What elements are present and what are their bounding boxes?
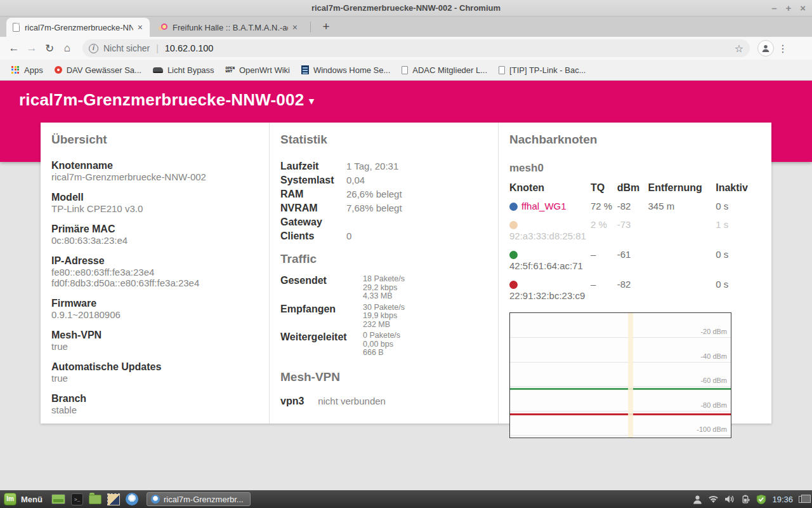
status-dot [509,281,518,289]
table-row: 22:91:32:bc:23:c9 – -82 0 s [509,277,760,307]
stat-row: Laufzeit1 Tag, 20:31 [280,159,487,173]
url-text[interactable]: 10.62.0.100 [165,43,735,53]
maximize-button[interactable]: + [785,0,791,17]
neighbors-heading: Nachbarknoten [509,133,760,147]
server-icon [301,65,309,74]
bookmark-label: ADAC Mitglieder L... [412,65,487,75]
task-window-label: rical7m-Grenzmerbr... [164,495,244,504]
tab-separator [310,22,311,32]
overview-entry: IP-Adresse fe80::e80:63ff:fe3a:23e4 fd0f… [51,255,258,288]
bookmark-label: Apps [24,65,43,75]
overview-entry: Mesh-VPN true [51,329,258,352]
tab-close-icon[interactable]: × [291,22,299,32]
close-button[interactable]: × [800,0,806,17]
overview-entry: Branch stable [51,392,258,415]
tab-title: rical7m-Grenzmerbruecke-NNW [25,23,133,32]
image-viewer-icon[interactable] [107,493,120,505]
openwrt-logo-icon: OPENWRT [226,67,235,74]
new-tab-button[interactable]: + [317,18,335,36]
signal-chart: -20 dBm-40 dBm-60 dBm-80 dBm-100 dBm [509,312,731,438]
system-tray: 19:36 [693,495,812,504]
car-icon [153,67,163,73]
neighbor-node-link[interactable]: ffhal_WG1 [521,201,566,211]
browser-toolbar: ← → ↻ ⌂ i Nicht sicher | 10.62.0.100 ☆ ⋮ [0,37,812,60]
task-window-button[interactable]: rical7m-Grenzmerbr... [147,492,251,506]
status-dot [509,221,518,229]
window-titlebar: rical7m-Grenzmerbruecke-NNW-002 - Chromi… [0,0,812,17]
page-title: rical7m-Grenzmerbruecke-NNW-002▾ [0,81,812,110]
window-title: rical7m-Grenzmerbruecke-NNW-002 - Chromi… [311,3,501,13]
traffic-heading: Traffic [280,252,487,266]
vpn-row: vpn3 nicht verbunden [280,396,487,407]
tab-close-icon[interactable]: × [136,22,145,32]
update-shield-icon[interactable] [756,495,766,504]
bookmarks-bar: Apps DAV Gewässer Sa... Licht Bypass OPE… [0,60,812,81]
tab-freifunk-halle[interactable]: Freifunk Halle :: B.A.T.M.A.N.-ad × [152,18,304,37]
chevron-down-icon[interactable]: ▾ [309,95,314,106]
stat-row: Clients0 [280,229,487,243]
mesh-group-label: mesh0 [509,162,760,175]
chromium-icon [151,495,160,504]
signal-series-line [510,413,731,415]
profile-avatar[interactable] [757,40,774,57]
workspace-switcher-icon[interactable] [799,496,807,503]
user-session-icon[interactable] [693,495,702,504]
status-dot [509,251,518,259]
wifi-icon[interactable] [708,495,719,504]
neighbor-mac: 42:5f:61:64:ac:71 [509,260,583,271]
battery-icon[interactable] [741,495,750,504]
traffic-row: Gesendet 18 Pakete/s29,2 kbps4,33 MB [280,275,487,301]
time-marker-band [628,313,633,438]
overview-entry: Firmware 0.9.1~20180906 [51,297,258,320]
traffic-row: Weitergeleitet 0 Pakete/s0,00 bps666 B [280,331,487,358]
table-header-row: Knoten TQ dBm Entfernung Inaktiv [509,182,760,199]
tab-node-status[interactable]: rical7m-Grenzmerbruecke-NNW × [6,18,150,37]
stat-row: Gateway [280,215,487,229]
neighbor-mac: 22:91:32:bc:23:c9 [509,290,585,301]
table-row: 92:a3:33:d8:25:81 2 % -73 1 s [509,217,760,247]
apps-grid-icon [11,66,20,74]
bookmark-label: Windows Home Se... [313,65,390,75]
minimize-button[interactable]: – [771,0,776,17]
file-manager-icon[interactable] [89,495,102,504]
volume-icon[interactable] [724,495,735,504]
tab-strip: rical7m-Grenzmerbruecke-NNW × Freifunk H… [0,17,812,37]
bookmark-licht-bypass[interactable]: Licht Bypass [153,65,214,75]
user-icon [761,44,770,53]
freifunk-favicon-icon [159,23,167,31]
menu-button[interactable]: Menü [21,495,43,504]
bookmark-label: OpenWrt Wiki [239,65,290,75]
neighbor-mac: 92:a3:33:d8:25:81 [509,231,586,241]
omnibox-separator: | [156,43,159,53]
bookmark-openwrt-wiki[interactable]: OPENWRT OpenWrt Wiki [226,65,290,75]
bookmark-windows-home-server[interactable]: Windows Home Se... [301,65,390,75]
show-desktop-icon[interactable] [51,494,65,504]
overview-entry: Knotenname rical7m-Grenzmerbruecke-NNW-0… [51,159,258,182]
bookmark-apps[interactable]: Apps [11,65,43,75]
bookmark-tplink[interactable]: [TIP] TP-Link - Bac... [499,65,586,75]
clock: 19:36 [772,495,793,504]
document-icon [13,23,20,32]
page-icon [499,66,505,74]
map-pin-icon [55,66,62,74]
browser-menu-icon[interactable]: ⋮ [774,43,792,55]
mint-menu-icon[interactable]: lm [4,493,16,505]
stat-row: Systemlast0,04 [280,173,487,187]
site-info-icon[interactable]: i [89,44,98,53]
bookmark-adac[interactable]: ADAC Mitglieder L... [402,65,487,75]
taskbar: lm Menü >_ rical7m-Grenzmerbr... 19:36 [0,490,812,508]
bookmark-dav-gewaesser[interactable]: DAV Gewässer Sa... [55,65,141,75]
overview-column: Übersicht Knotenname rical7m-Grenzmerbru… [41,123,270,424]
bookmark-star-icon[interactable]: ☆ [735,43,743,55]
bookmark-label: [TIP] TP-Link - Bac... [509,65,586,75]
signal-series-line [510,388,731,390]
reload-icon[interactable]: ↻ [41,42,58,55]
back-icon[interactable]: ← [5,42,23,55]
forward-icon[interactable]: → [23,42,41,55]
statistics-column: Statistik Laufzeit1 Tag, 20:31 Systemlas… [270,123,499,424]
chromium-icon[interactable] [126,493,138,505]
address-bar[interactable]: i Nicht sicher | 10.62.0.100 ☆ [82,39,750,57]
home-icon[interactable]: ⌂ [58,42,76,55]
neighbors-table: Knoten TQ dBm Entfernung Inaktiv ffhal_W… [509,182,760,307]
terminal-icon[interactable]: >_ [71,493,83,505]
